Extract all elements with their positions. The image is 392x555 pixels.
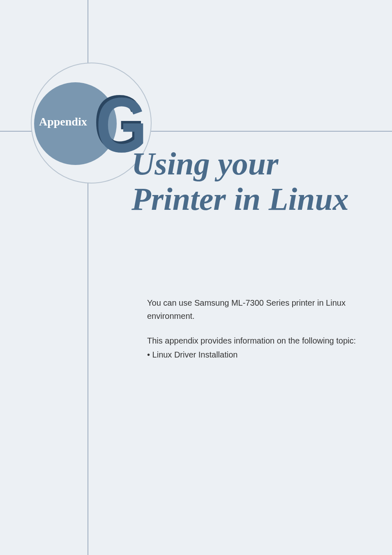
topic-intro: This appendix provides information on th… [147, 334, 369, 347]
appendix-letter: G [96, 86, 145, 164]
intro-paragraph: You can use Samsung ML-7300 Series print… [147, 296, 369, 323]
bullet-item-1: • Linux Driver Installation [147, 348, 369, 361]
appendix-label: Appendix [39, 115, 87, 128]
appendix-letter-text: G [96, 81, 145, 168]
body-content: You can use Samsung ML-7300 Series print… [147, 296, 369, 361]
page-title: Using your Printer in Linux [131, 146, 349, 217]
title-line-2: Printer in Linux [131, 181, 349, 217]
title-line-1: Using your [131, 146, 349, 181]
